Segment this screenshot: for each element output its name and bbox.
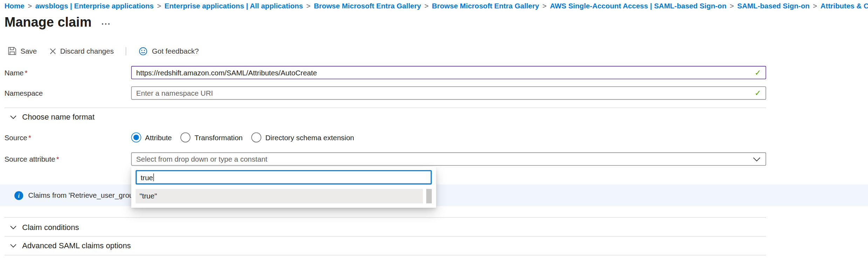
source-attribute-row: Source attribute* Select from drop down … — [5, 153, 868, 166]
name-input[interactable] — [131, 66, 766, 79]
save-label: Save — [20, 47, 37, 55]
source-attribute-dropdown-panel: true "true" — [131, 167, 436, 208]
dropdown-scrollbar[interactable] — [426, 189, 432, 203]
required-asterisk: * — [25, 68, 28, 77]
divider — [5, 255, 766, 256]
name-row: Name* ✓ — [5, 66, 868, 79]
more-options-button[interactable]: ··· — [102, 19, 111, 28]
radio-unselected-icon — [181, 133, 191, 142]
breadcrumb-separator: > — [28, 2, 32, 10]
manage-claim-page: Home>awsblogs | Enterprise applications>… — [0, 0, 868, 277]
breadcrumb-link-aws-saml[interactable]: AWS Single-Account Access | SAML-based S… — [550, 2, 726, 10]
section-label: Advanced SAML claims options — [22, 241, 131, 250]
valid-check-icon: ✓ — [755, 89, 761, 97]
breadcrumb-link-entra-gallery-1[interactable]: Browse Microsoft Entra Gallery — [314, 2, 421, 10]
name-label: Name* — [5, 68, 131, 77]
breadcrumb-link-home[interactable]: Home — [5, 2, 25, 10]
breadcrumb-link-all-applications[interactable]: Enterprise applications | All applicatio… — [165, 2, 303, 10]
breadcrumb-link-attributes-claims[interactable]: Attributes & Claims — [820, 2, 868, 10]
chevron-down-icon — [10, 242, 16, 248]
divider — [5, 217, 766, 218]
breadcrumb-link-saml-signon[interactable]: SAML-based Sign-on — [737, 2, 810, 10]
breadcrumb-link-awsblogs[interactable]: awsblogs | Enterprise applications — [35, 2, 154, 10]
source-attribute-field: Select from drop down or type a constant… — [131, 153, 766, 166]
feedback-smiley-icon — [139, 46, 148, 56]
chevron-down-icon — [10, 114, 16, 120]
namespace-label: Namespace — [5, 89, 131, 97]
command-bar: Save Discard changes Got feedback? — [8, 44, 868, 58]
breadcrumb-separator: > — [542, 2, 546, 10]
close-icon — [49, 47, 56, 55]
section-advanced-saml-options[interactable]: Advanced SAML claims options — [10, 241, 868, 250]
text-cursor — [153, 174, 154, 181]
radio-transformation-label: Transformation — [194, 133, 242, 142]
page-title: Manage claim — [5, 14, 92, 30]
radio-directory-schema-extension[interactable]: Directory schema extension — [252, 133, 354, 142]
radio-attribute[interactable]: Attribute — [131, 133, 172, 142]
section-label: Claim conditions — [22, 223, 79, 231]
discard-changes-label: Discard changes — [60, 47, 114, 55]
breadcrumb: Home>awsblogs | Enterprise applications>… — [0, 0, 868, 10]
feedback-button[interactable]: Got feedback? — [139, 46, 199, 56]
namespace-label-text: Namespace — [5, 89, 43, 97]
source-label: Source* — [5, 133, 131, 142]
divider — [5, 236, 766, 237]
required-asterisk: * — [28, 133, 31, 142]
namespace-input[interactable] — [131, 87, 766, 100]
breadcrumb-separator: > — [306, 2, 311, 10]
source-row: Source* Attribute Transformation Directo… — [5, 133, 868, 142]
source-attribute-placeholder: Select from drop down or type a constant — [136, 155, 268, 163]
namespace-row: Namespace ✓ — [5, 87, 868, 100]
chevron-down-icon — [10, 224, 16, 230]
breadcrumb-separator: > — [157, 2, 161, 10]
breadcrumb-separator: > — [424, 2, 428, 10]
source-attribute-label-text: Source attribute — [5, 155, 55, 163]
radio-directory-label: Directory schema extension — [266, 133, 354, 142]
source-attribute-label: Source attribute* — [5, 155, 131, 163]
save-icon — [8, 47, 16, 55]
dropdown-option-true[interactable]: "true" — [136, 189, 423, 203]
section-label: Choose name format — [22, 113, 95, 121]
section-choose-name-format[interactable]: Choose name format — [10, 113, 868, 121]
toolbar-divider — [126, 47, 126, 55]
chevron-down-icon[interactable] — [753, 157, 760, 162]
source-radio-group: Attribute Transformation Directory schem… — [131, 133, 766, 142]
radio-transformation[interactable]: Transformation — [181, 133, 243, 142]
radio-unselected-icon — [252, 133, 261, 142]
dropdown-option-list: "true" — [136, 189, 432, 203]
required-asterisk: * — [56, 155, 59, 163]
breadcrumb-separator: > — [813, 2, 817, 10]
source-attribute-dropdown[interactable]: Select from drop down or type a constant — [131, 153, 766, 166]
name-field: ✓ — [131, 66, 766, 79]
save-button[interactable]: Save — [8, 47, 37, 55]
valid-check-icon: ✓ — [755, 68, 761, 77]
scrollbar-thumb[interactable] — [426, 189, 432, 203]
dropdown-search-value: true — [140, 173, 153, 182]
radio-selected-icon — [131, 133, 141, 142]
dropdown-search-input[interactable]: true — [136, 170, 432, 184]
divider — [5, 108, 766, 108]
name-label-text: Name — [5, 68, 24, 77]
discard-changes-button[interactable]: Discard changes — [49, 47, 114, 55]
breadcrumb-separator: > — [730, 2, 734, 10]
title-row: Manage claim ··· — [5, 14, 868, 30]
feedback-label: Got feedback? — [152, 47, 199, 55]
source-label-text: Source — [5, 133, 27, 142]
radio-attribute-label: Attribute — [145, 133, 172, 142]
info-icon: i — [14, 191, 23, 200]
namespace-field: ✓ — [131, 87, 766, 100]
breadcrumb-link-entra-gallery-2[interactable]: Browse Microsoft Entra Gallery — [432, 2, 539, 10]
section-claim-conditions[interactable]: Claim conditions — [10, 223, 868, 231]
